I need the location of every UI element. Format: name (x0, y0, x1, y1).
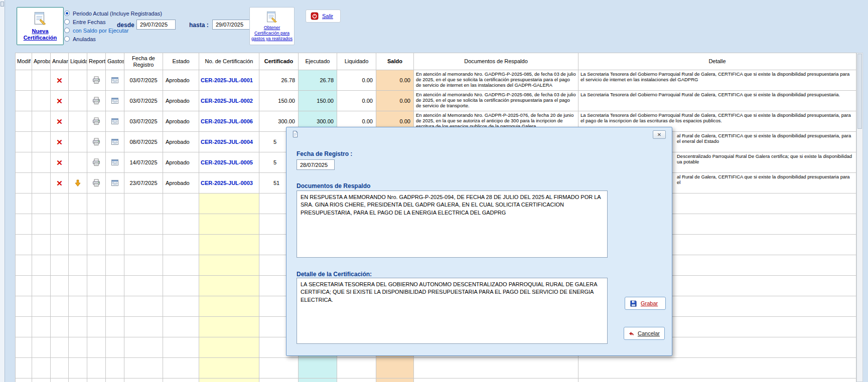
cell-no-certificacion[interactable]: CER-2025-JUL-0006 (199, 111, 259, 132)
anular-x-icon[interactable]: ✕ (56, 76, 63, 85)
cell-estado: Aprobado (163, 152, 199, 173)
cell-anular[interactable]: ✕ (51, 132, 69, 152)
filter-label[interactable]: Periodo Actual (Incluye Registradas) (73, 11, 162, 17)
grabar-button[interactable]: Grabar (625, 297, 666, 310)
printer-icon[interactable] (92, 97, 100, 105)
cell-no-certificacion[interactable]: CER-2025-JUL-0002 (199, 91, 259, 111)
cell-aprobar (32, 70, 51, 91)
anular-x-icon[interactable]: ✕ (56, 97, 63, 105)
filter-anuladas[interactable]: Anuladas (64, 35, 162, 43)
cell-reporte[interactable] (87, 132, 106, 152)
collapsed-side-panel[interactable] (0, 0, 5, 382)
cell-documentos: En atención al memorando Nro. GADPRG-P-2… (414, 91, 578, 111)
anular-x-icon[interactable]: ✕ (56, 158, 63, 167)
cell-modif (16, 111, 32, 132)
filter-periodo-actual[interactable]: Periodo Actual (Incluye Registradas) (64, 9, 162, 18)
cell-saldo: 0.00 (376, 70, 414, 91)
table-row: ✕ 03/07/2025 Aprobado CER-2025-JUL-0002 … (16, 91, 856, 111)
cell-reporte[interactable] (87, 173, 106, 194)
dialog-titlebar[interactable]: ✕ (286, 127, 672, 141)
desde-label: desde : (117, 22, 138, 29)
expenses-grid-icon[interactable] (111, 76, 119, 84)
fecha-registro-input[interactable] (297, 159, 335, 170)
cell-modif (16, 91, 32, 111)
cancelar-button[interactable]: Cancelar (624, 327, 665, 340)
filter-label[interactable]: Entre Fechas (73, 19, 105, 25)
obtener-certificacion-button[interactable]: Obtener Certificación para gastos ya rea… (249, 7, 295, 45)
table-scrollbar[interactable] (856, 53, 863, 382)
panel-toggle-icon[interactable] (1, 2, 4, 7)
cell-aprobar (32, 132, 51, 152)
cell-certificado: 150.00 (259, 91, 299, 111)
expenses-grid-icon[interactable] (111, 138, 119, 146)
expenses-grid-icon[interactable] (111, 97, 119, 105)
anular-x-icon[interactable]: ✕ (56, 138, 63, 146)
header-no-certificacion: No. de Certificación (199, 53, 259, 70)
filter-label[interactable]: Anuladas (73, 36, 96, 42)
cell-liquidar[interactable] (69, 173, 87, 194)
dialog-close-button[interactable]: ✕ (653, 130, 666, 139)
cell-modif (16, 152, 32, 173)
cell-reporte[interactable] (87, 152, 106, 173)
header-certificado: Certificado (259, 53, 299, 70)
cell-fecha: 03/07/2025 (124, 111, 163, 132)
cell-anular[interactable]: ✕ (51, 152, 69, 173)
salir-button[interactable]: Salir (306, 10, 341, 23)
cell-gastos[interactable] (106, 173, 124, 194)
undo-arrow-icon (629, 330, 634, 337)
cell-gastos[interactable] (106, 70, 124, 91)
cell-reporte[interactable] (87, 91, 106, 111)
printer-icon[interactable] (92, 117, 100, 125)
anular-x-icon[interactable]: ✕ (56, 117, 63, 126)
cell-anular[interactable]: ✕ (51, 91, 69, 111)
table-header-row: Modif Aprobar Anular Liquidar Reporte Ga… (16, 53, 856, 70)
radio-periodo-actual[interactable] (64, 11, 70, 16)
cell-no-certificacion[interactable]: CER-2025-JUL-0005 (199, 152, 259, 173)
detalle-certificacion-label: Detalle de la Certificación: (297, 271, 372, 278)
cell-liquidar (69, 111, 87, 132)
cell-liquidar (69, 152, 87, 173)
header-liquidar: Liquidar (69, 53, 87, 70)
cell-ejecutado: 150.00 (299, 91, 337, 111)
cell-reporte[interactable] (87, 111, 106, 132)
radio-con-saldo[interactable] (64, 28, 70, 33)
radio-anuladas[interactable] (64, 36, 70, 42)
cell-gastos[interactable] (106, 132, 124, 152)
desde-date-input[interactable] (136, 20, 176, 30)
expenses-grid-icon[interactable] (111, 158, 119, 166)
form-report-icon (265, 11, 278, 24)
cell-detalle: La Secretaria Tesorera del Gobierno Parr… (578, 91, 856, 111)
cell-reporte[interactable] (87, 70, 106, 91)
cell-no-certificacion[interactable]: CER-2025-JUL-0003 (199, 173, 259, 194)
cell-anular[interactable]: ✕ (51, 173, 69, 194)
cell-liquidar (69, 70, 87, 91)
cell-anular[interactable]: ✕ (51, 111, 69, 132)
scrollbar-thumb[interactable] (857, 54, 862, 129)
cell-no-certificacion[interactable]: CER-2025-JUL-0001 (199, 70, 259, 91)
cell-no-certificacion[interactable]: CER-2025-JUL-0004 (199, 132, 259, 152)
nueva-certificacion-button[interactable]: Nueva Certificación (17, 7, 64, 45)
header-aprobar: Aprobar (32, 53, 51, 70)
cell-estado: Aprobado (163, 70, 199, 91)
cell-gastos[interactable] (106, 91, 124, 111)
hasta-date-input[interactable] (212, 20, 251, 30)
cancelar-label: Cancelar (638, 330, 660, 336)
cell-anular[interactable]: ✕ (51, 70, 69, 91)
detalle-certificacion-textarea[interactable]: LA SECRETARIA TESORERA DEL GOBIERNO AUTO… (297, 278, 608, 344)
printer-icon[interactable] (92, 179, 100, 187)
expenses-grid-icon[interactable] (111, 179, 119, 187)
printer-icon[interactable] (92, 76, 100, 84)
expenses-grid-icon[interactable] (111, 117, 119, 125)
table-row: ✕ 03/07/2025 Aprobado CER-2025-JUL-0001 … (16, 70, 856, 91)
anular-x-icon[interactable]: ✕ (56, 179, 63, 187)
cell-modif (16, 132, 32, 152)
cell-gastos[interactable] (106, 111, 124, 132)
printer-icon[interactable] (92, 158, 100, 166)
liquidar-arrow-down-icon[interactable] (74, 179, 82, 187)
printer-icon[interactable] (92, 138, 100, 146)
cell-gastos[interactable] (106, 152, 124, 173)
cell-modif (16, 70, 32, 91)
cell-estado: Aprobado (163, 91, 199, 111)
documentos-respaldo-textarea[interactable]: EN RESPUESTA A MEMORANDO Nro. GADPRG-P-2… (297, 190, 608, 258)
radio-entre-fechas[interactable] (64, 19, 70, 25)
